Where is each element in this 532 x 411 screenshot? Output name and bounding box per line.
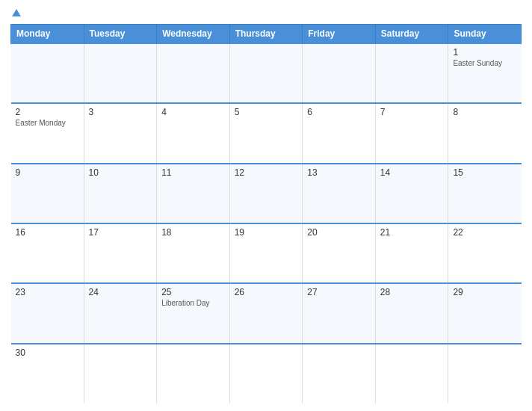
calendar-cell: 10 — [84, 164, 157, 223]
calendar-cell: 5 — [229, 103, 303, 163]
calendar-table: MondayTuesdayWednesdayThursdayFridaySatu… — [10, 24, 522, 404]
calendar-cell — [229, 43, 303, 103]
calendar-cell — [303, 43, 376, 103]
calendar-cell: 9 — [11, 164, 84, 223]
calendar-body: 1Easter Sunday2Easter Monday345678910111… — [11, 43, 522, 404]
calendar-cell: 24 — [84, 283, 157, 343]
day-number: 16 — [16, 227, 79, 238]
calendar-cell: 19 — [229, 223, 303, 283]
calendar-cell: 12 — [229, 164, 303, 223]
calendar-header: MondayTuesdayWednesdayThursdayFridaySatu… — [11, 25, 522, 44]
calendar-cell — [448, 344, 522, 404]
calendar-cell: 20 — [303, 223, 376, 283]
calendar-cell — [303, 344, 376, 404]
holiday-name: Easter Monday — [16, 119, 79, 127]
calendar-cell: 6 — [303, 103, 376, 163]
col-header-monday: Monday — [11, 25, 84, 44]
col-header-tuesday: Tuesday — [84, 25, 157, 44]
day-number: 30 — [16, 347, 79, 358]
day-number: 2 — [16, 107, 79, 117]
day-number: 21 — [380, 227, 444, 238]
holiday-name: Liberation Day — [161, 299, 225, 307]
calendar-cell — [11, 43, 84, 103]
calendar-cell: 3 — [84, 103, 157, 163]
holiday-name: Easter Sunday — [453, 59, 516, 67]
col-header-thursday: Thursday — [229, 25, 303, 44]
calendar-cell: 4 — [157, 103, 230, 163]
calendar-cell: 11 — [157, 164, 230, 223]
calendar-cell — [84, 43, 157, 103]
day-number: 23 — [16, 287, 79, 297]
calendar-cell: 15 — [448, 164, 522, 223]
calendar-cell: 23 — [11, 283, 84, 343]
day-number: 26 — [235, 287, 298, 297]
calendar-cell: 25Liberation Day — [157, 283, 230, 343]
week-row-2: 2Easter Monday345678 — [11, 103, 522, 163]
day-number: 12 — [235, 167, 298, 178]
day-number: 19 — [235, 227, 298, 238]
header — [10, 7, 522, 19]
logo-triangle-icon — [12, 9, 21, 16]
day-number: 3 — [89, 107, 152, 117]
day-number: 14 — [380, 167, 444, 178]
day-number: 10 — [89, 167, 152, 178]
calendar-cell — [84, 344, 157, 404]
day-number: 17 — [89, 227, 152, 238]
day-number: 1 — [453, 47, 516, 58]
day-number: 25 — [161, 287, 225, 297]
calendar-cell: 7 — [375, 103, 448, 163]
day-number: 5 — [235, 107, 298, 117]
calendar-cell — [375, 344, 448, 404]
calendar-cell: 26 — [229, 283, 303, 343]
day-number: 8 — [453, 107, 516, 117]
calendar-cell: 2Easter Monday — [11, 103, 84, 163]
day-number: 7 — [380, 107, 444, 117]
day-number: 28 — [380, 287, 444, 297]
day-number: 24 — [89, 287, 152, 297]
calendar-cell: 17 — [84, 223, 157, 283]
day-number: 15 — [453, 167, 516, 178]
col-header-sunday: Sunday — [448, 25, 522, 44]
day-number: 20 — [307, 227, 371, 238]
day-number: 4 — [161, 107, 225, 117]
day-number: 9 — [16, 167, 79, 178]
week-row-1: 1Easter Sunday — [11, 43, 522, 103]
calendar-cell: 1Easter Sunday — [448, 43, 522, 103]
day-number: 6 — [307, 107, 371, 117]
calendar-cell: 14 — [375, 164, 448, 223]
calendar-cell: 8 — [448, 103, 522, 163]
calendar-cell — [157, 43, 230, 103]
day-number: 18 — [161, 227, 225, 238]
calendar-cell: 16 — [11, 223, 84, 283]
day-number: 11 — [161, 167, 225, 178]
week-row-3: 9101112131415 — [11, 164, 522, 223]
week-row-5: 232425Liberation Day26272829 — [11, 283, 522, 343]
calendar-cell — [229, 344, 303, 404]
col-header-friday: Friday — [303, 25, 376, 44]
col-header-saturday: Saturday — [375, 25, 448, 44]
day-number: 22 — [453, 227, 516, 238]
logo — [10, 7, 21, 19]
calendar-cell: 13 — [303, 164, 376, 223]
week-row-6: 30 — [11, 344, 522, 404]
day-number: 13 — [307, 167, 371, 178]
calendar-cell: 22 — [448, 223, 522, 283]
calendar-cell: 27 — [303, 283, 376, 343]
header-row: MondayTuesdayWednesdayThursdayFridaySatu… — [11, 25, 522, 44]
calendar-cell: 29 — [448, 283, 522, 343]
calendar-cell: 21 — [375, 223, 448, 283]
day-number: 27 — [307, 287, 371, 297]
col-header-wednesday: Wednesday — [157, 25, 230, 44]
calendar-cell — [375, 43, 448, 103]
week-row-4: 16171819202122 — [11, 223, 522, 283]
calendar-cell — [157, 344, 230, 404]
calendar-cell: 30 — [11, 344, 84, 404]
calendar-cell: 28 — [375, 283, 448, 343]
day-number: 29 — [453, 287, 516, 297]
page: MondayTuesdayWednesdayThursdayFridaySatu… — [0, 0, 532, 411]
calendar-cell: 18 — [157, 223, 230, 283]
